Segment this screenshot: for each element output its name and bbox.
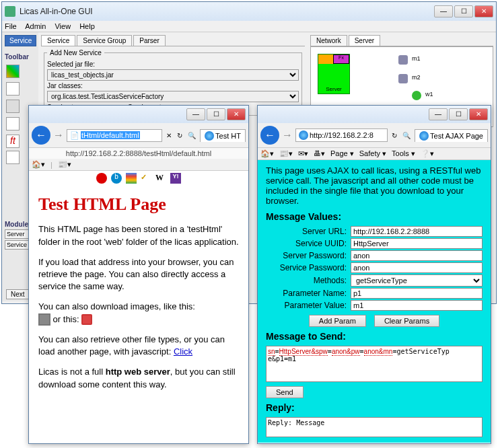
minimize-button[interactable]: —	[186, 108, 205, 120]
refresh-icon[interactable]: ↻	[390, 132, 398, 139]
google-icon[interactable]	[126, 173, 137, 184]
feeds-icon[interactable]: 📰▾	[279, 149, 293, 158]
menu-view[interactable]: View	[55, 22, 71, 30]
stop-icon[interactable]: ✕	[165, 132, 173, 139]
tool-icon-3[interactable]	[6, 100, 20, 113]
jar-classes-select[interactable]: org.licas.test.TestLicasServiceFactory	[47, 91, 299, 102]
paragraph-3: You can also download images, like this:…	[38, 301, 239, 326]
home-icon[interactable]: 🏠▾	[260, 149, 274, 158]
methods-select[interactable]: getServiceType	[351, 274, 483, 287]
app-icon	[5, 6, 15, 17]
menu-admin[interactable]: Admin	[25, 22, 46, 30]
service-pw-label: Service Password:	[266, 263, 347, 272]
ask-icon[interactable]	[96, 173, 107, 184]
safety-menu[interactable]: Safety ▾	[359, 149, 386, 158]
msg-send-heading: Message to Send:	[266, 331, 483, 342]
back-button[interactable]: ←	[260, 126, 279, 145]
send-button[interactable]: Send	[266, 386, 304, 398]
close-button[interactable]: ✕	[469, 108, 488, 120]
bing-icon[interactable]: b	[111, 173, 122, 184]
message-textarea[interactable]: sn=HttpServer&spw=anon&pw=anon&mn=getSer…	[266, 346, 483, 382]
tool-icon-4[interactable]	[6, 117, 20, 130]
forward-icon[interactable]: →	[282, 129, 293, 141]
tab-service-group[interactable]: Service Group	[77, 35, 132, 46]
reply-heading: Reply:	[266, 402, 483, 413]
menu-help[interactable]: Help	[79, 22, 95, 30]
next-button[interactable]: Next	[6, 289, 30, 299]
browser-tab[interactable]: Test AJAX Page	[415, 129, 488, 142]
reply-textarea[interactable]: Reply: Message	[266, 417, 483, 437]
form: Server URL: Service UUID: Server Passwor…	[266, 226, 483, 311]
param-name-input[interactable]	[351, 288, 483, 299]
maximize-button[interactable]: ☐	[207, 108, 225, 120]
maximize-button[interactable]: ☐	[454, 5, 473, 17]
paragraph-1: This HTML page has been stored in a 'tes…	[38, 223, 239, 248]
home-icon[interactable]: 🏠▾	[32, 160, 45, 169]
node-m2[interactable]	[398, 74, 408, 83]
titlebar: Licas All-in-One GUI — ☐ ✕	[2, 2, 496, 21]
tools-menu[interactable]: Tools ▾	[392, 149, 415, 158]
browser-tab[interactable]: Test HT	[200, 129, 246, 142]
tool-icon-5[interactable]: ft	[6, 135, 20, 148]
close-button[interactable]: ✕	[227, 108, 246, 120]
server-url-input[interactable]	[351, 226, 483, 237]
browser-left-titlebar: — ☐ ✕	[29, 106, 248, 123]
page-menu[interactable]: Page ▾	[330, 149, 354, 158]
tool-icon-1[interactable]	[6, 65, 20, 78]
selected-jar-select[interactable]: licas_test_objects.jar	[47, 69, 299, 81]
help-icon[interactable]: ❔▾	[421, 149, 434, 158]
ie-icon	[299, 130, 308, 140]
maximize-button[interactable]: ☐	[449, 108, 468, 120]
check-icon[interactable]: ✓	[141, 173, 151, 184]
url-full: http://192.168.2.2:8888/testHtml/default…	[29, 148, 248, 159]
clear-params-button[interactable]: Clear Params	[374, 315, 439, 327]
ie-icon	[419, 131, 429, 141]
service-button[interactable]: Service	[5, 35, 36, 46]
param-name-label: Parameter Name:	[266, 289, 347, 298]
browser-left: — ☐ ✕ ← → 📄tHtml/default.html ✕ ↻ 🔍 Test…	[28, 105, 249, 444]
server-pw-input[interactable]	[351, 250, 483, 261]
tab-network[interactable]: Network	[310, 35, 347, 46]
param-value-input[interactable]	[351, 300, 483, 311]
toolbar-row: 🏠▾ | 📰▾	[29, 159, 248, 171]
tab-parser[interactable]: Parser	[133, 35, 165, 46]
url-input[interactable]: http://192.168.2.2:8	[295, 128, 388, 142]
print-icon[interactable]: 🖶▾	[314, 149, 325, 158]
address-bar: ← → http://192.168.2.2:8 ↻ 🔍 Test AJAX P…	[258, 123, 491, 148]
fieldset-legend: Add New Service	[47, 49, 104, 57]
inline-image-2	[81, 314, 92, 325]
tool-icon-2[interactable]	[6, 82, 20, 96]
add-param-button[interactable]: Add Param	[309, 315, 366, 327]
search-icons: b ✓ W Y!	[29, 171, 248, 186]
server-pw-label: Server Password:	[266, 251, 347, 260]
address-bar: ← → 📄tHtml/default.html ✕ ↻ 🔍 Test HT	[29, 123, 248, 148]
search-icon[interactable]: 🔍	[401, 132, 412, 139]
msg-values-heading: Message Values:	[266, 211, 483, 222]
paragraph-5: Licas is not a full http web server, but…	[38, 366, 239, 390]
feeds-icon[interactable]: 📰▾	[58, 160, 71, 169]
tool-icon-6[interactable]	[6, 151, 20, 164]
node-w1[interactable]	[412, 91, 421, 100]
selected-jar-label: Selected jar file:	[47, 61, 101, 68]
node-m1[interactable]	[398, 55, 408, 65]
mail-icon[interactable]: ✉▾	[298, 149, 308, 158]
forward-icon[interactable]: →	[53, 129, 64, 141]
minimize-button[interactable]: —	[434, 5, 453, 17]
close-button[interactable]: ✕	[474, 5, 493, 17]
url-input[interactable]: 📄tHtml/default.html	[67, 129, 162, 142]
ie-icon	[205, 131, 214, 141]
param-value-label: Parameter Value:	[266, 301, 347, 310]
back-button[interactable]: ←	[32, 126, 50, 145]
wikipedia-icon[interactable]: W	[155, 173, 166, 184]
search-icon[interactable]: 🔍	[186, 132, 197, 139]
yahoo-icon[interactable]: Y!	[170, 173, 181, 184]
tab-service[interactable]: Service	[41, 35, 75, 46]
refresh-icon[interactable]: ↻	[176, 132, 184, 139]
menu-file[interactable]: File	[5, 22, 17, 30]
tab-server[interactable]: Server	[349, 35, 380, 46]
service-pw-input[interactable]	[351, 262, 483, 273]
click-link[interactable]: Click	[174, 346, 192, 357]
server-node[interactable]: Fx Server	[318, 54, 350, 94]
service-uuid-input[interactable]	[351, 238, 483, 249]
minimize-button[interactable]: —	[429, 108, 448, 120]
